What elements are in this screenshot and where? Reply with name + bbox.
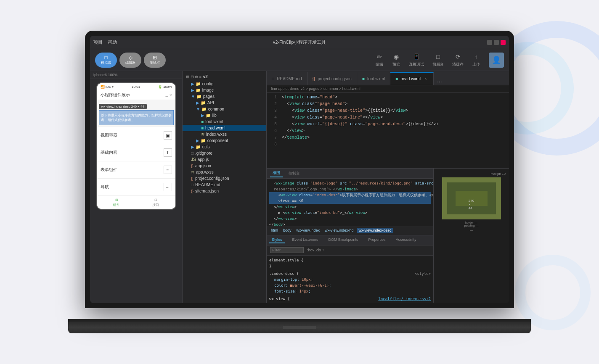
phone-list-item-1[interactable]: 基础内容 T	[97, 144, 175, 161]
tree-item-app-js[interactable]: JS app.js	[183, 156, 266, 163]
devtools-panel: 概图 控制台 <wx-image class="index-logo" src=…	[267, 168, 509, 303]
styles-filter-bar: :hov .cls +	[267, 245, 433, 256]
user-avatar[interactable]: 👤	[489, 53, 504, 68]
phone-title: 小程序组件展示	[101, 92, 130, 98]
file-icon: {}	[191, 177, 193, 181]
filetree-root: v2	[203, 74, 208, 79]
tree-item-image[interactable]: ▶ 📁 image	[183, 87, 266, 93]
phone-list-item-3[interactable]: 导航 ···	[97, 179, 175, 196]
editor-code-area[interactable]: 12345678 <template name="head"> <view cl…	[267, 92, 509, 168]
bm-labels: border — padding — —	[437, 221, 506, 232]
tree-item-label: app.json	[195, 164, 211, 168]
html-line-2: resources/kind/logo.png">_</wx-image>	[269, 186, 431, 192]
file-icon: {}	[191, 164, 193, 168]
tree-item-config[interactable]: ▶ 📁 config	[183, 81, 266, 87]
tab-foot-wxml[interactable]: ■ foot.wxml	[357, 72, 390, 85]
css-close: }	[269, 263, 431, 269]
phone-status-bar: 📶 IDE ♦ 10:01 🔋 100%	[97, 83, 175, 90]
window-controls	[487, 40, 506, 45]
tree-item-app-json[interactable]: {} app.json	[183, 163, 266, 169]
phone-menu-btn[interactable]: ... ×	[165, 93, 172, 98]
styles-tab-props[interactable]: Properties	[366, 237, 388, 243]
devtools-left: 概图 控制台 <wx-image class="index-logo" src=…	[267, 169, 433, 303]
css-source-link[interactable]: localfile:/_index.css:2	[378, 296, 431, 302]
folder-icon: ▶ 📁	[191, 88, 201, 92]
pseudo-filter[interactable]: :hov .cls +	[307, 248, 324, 252]
styles-tab-styles[interactable]: Styles	[269, 237, 285, 243]
mode-test-btn[interactable]: ⊞ 测试框	[144, 53, 166, 68]
tree-item-utils[interactable]: ▶ 📁 utils	[183, 144, 266, 150]
dom-tag-wx-view-hd[interactable]: wx-view.index-hd	[323, 228, 355, 233]
devtools-tab-console[interactable]: 控制台	[286, 170, 302, 177]
phone-time: 10:01	[132, 85, 140, 89]
tree-item-label: project.config.json	[195, 176, 229, 181]
menu-item-help[interactable]: 帮助	[108, 39, 117, 45]
ide-toolbar: □ 模拟器 ◇ 编辑器 ⊞ 测试框 ✏ 编辑	[90, 49, 509, 71]
tree-item-sitemap[interactable]: {} sitemap.json	[183, 188, 266, 194]
tree-item-label: utils	[202, 145, 210, 149]
folder-icon: ▶ 📁	[201, 113, 211, 118]
list-item-icon-3: ···	[164, 183, 172, 191]
tree-item-label: .gitignore	[195, 151, 212, 156]
tree-item-project-config[interactable]: {} project.config.json	[183, 175, 266, 182]
tab-icon-foot: ■	[362, 76, 365, 81]
devtools-html-content: <wx-image class="index-logo" src="../res…	[267, 179, 433, 226]
toolbar-real-debug-btn[interactable]: 📱 真机调试	[409, 53, 424, 67]
tab-close-icon[interactable]: ×	[423, 76, 428, 82]
styles-tab-events[interactable]: Event Listeners	[290, 237, 321, 243]
css-rules: element.style { } .index-desc { <style> …	[267, 256, 433, 303]
phone-list: 视图容器 ▣ 基础内容 T 表单组件 ≡	[97, 127, 175, 196]
minimize-btn[interactable]	[487, 40, 492, 45]
mode-simulator-btn[interactable]: □ 模拟器	[95, 53, 117, 68]
tree-item-label: common	[208, 107, 224, 111]
tree-item-common[interactable]: ▼ 📁 common	[183, 106, 266, 112]
html-line-5: </wx-view>	[269, 204, 431, 210]
devtools-tab-overview[interactable]: 概图	[270, 169, 283, 177]
tree-item-gitignore[interactable]: □ .gitignore	[183, 150, 266, 156]
maximize-btn[interactable]	[494, 40, 499, 45]
tree-item-readme[interactable]: □ README.md	[183, 182, 266, 188]
tab-project-config[interactable]: {} project.config.json	[307, 72, 357, 85]
css-prop-display: display: block;	[269, 302, 431, 303]
dom-tag-html[interactable]: html	[269, 228, 280, 233]
tree-item-api[interactable]: ▶ 📁 API	[183, 100, 266, 106]
dom-tag-wx-view-index[interactable]: wx-view.index	[295, 228, 322, 233]
code-line-7: </template>	[282, 135, 506, 141]
html-line-7: </wx-view>	[269, 216, 431, 222]
tab-readme[interactable]: □ README.md	[267, 72, 307, 85]
tree-item-foot-wxml[interactable]: ■ foot.wxml	[183, 119, 266, 125]
tree-item-lib[interactable]: ▶ 📁 lib	[183, 112, 266, 119]
phone-list-item-2[interactable]: 表单组件 ≡	[97, 161, 175, 179]
toolbar-preview-btn[interactable]: ◉ 预览	[392, 53, 400, 67]
toolbar-edit-btn[interactable]: ✏ 编辑	[375, 53, 384, 67]
tab-head-wxml[interactable]: ■ head.wxml ×	[390, 72, 434, 85]
close-btn[interactable]	[501, 40, 506, 45]
phone-nav-components[interactable]: ⊞ 组件	[97, 198, 136, 207]
tree-item-head-wxml[interactable]: ■ head.wxml	[183, 125, 266, 131]
tree-item-component[interactable]: ▶ 📁 component	[183, 137, 266, 144]
phone-list-item-0[interactable]: 视图容器 ▣	[97, 127, 175, 144]
folder-icon: ▶ 📁	[196, 138, 206, 143]
phone-nav-api[interactable]: ⊡ 接口	[136, 198, 175, 207]
laptop-base	[68, 322, 531, 333]
laptop-screen: 项目 帮助 v2-FinClip小程序开发工具 □ 模拟器	[90, 36, 509, 303]
styles-tab-access[interactable]: Accessibility	[393, 237, 419, 243]
tab-label-readme: README.md	[277, 76, 302, 81]
styles-filter-input[interactable]	[270, 247, 304, 253]
tree-item-pages[interactable]: ▼ 📁 pages	[183, 93, 266, 100]
mode-editor-btn[interactable]: ◇ 编辑器	[119, 53, 141, 68]
toolbar-upload-btn[interactable]: ↑ 上传	[472, 53, 480, 67]
phone-frame: 📶 IDE ♦ 10:01 🔋 100% 小程序组件展示 ... × wx-vi…	[96, 82, 176, 210]
tree-item-app-wxss[interactable]: ≋ app.wxss	[183, 169, 266, 175]
tree-item-index-wxss[interactable]: ≋ index.wxss	[183, 131, 266, 137]
box-model-label: margin 10	[437, 172, 506, 176]
tab-icon-project: {}	[313, 76, 315, 81]
toolbar-background-btn[interactable]: □ 切后台	[432, 53, 444, 67]
styles-tab-dom[interactable]: DOM Breakpoints	[326, 237, 361, 243]
dom-tag-wx-view-desc[interactable]: wx-view.index-desc	[357, 228, 393, 233]
tab-more-btn[interactable]: ···	[434, 78, 445, 85]
dom-tag-body[interactable]: body	[281, 228, 293, 233]
css-rule-header: .index-desc { <style>	[269, 271, 431, 277]
menu-item-project[interactable]: 项目	[93, 39, 103, 45]
toolbar-clear-cache-btn[interactable]: ⟳ 清缓存	[452, 53, 464, 67]
